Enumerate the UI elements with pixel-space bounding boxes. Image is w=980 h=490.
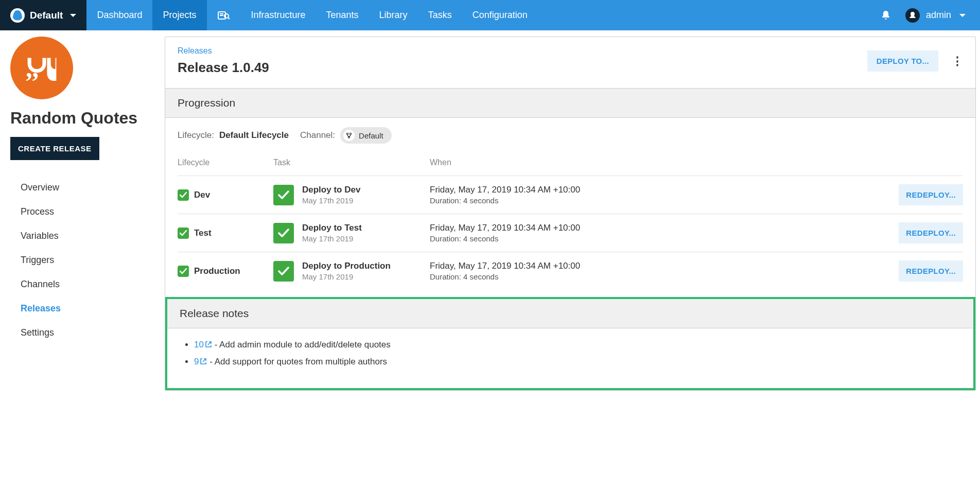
col-when: When xyxy=(430,158,886,167)
when-duration: Duration: 4 seconds xyxy=(430,234,886,243)
release-title: Release 1.0.49 xyxy=(178,60,867,76)
search-icon xyxy=(217,10,231,21)
note-text: - Add support for quotes from multiple a… xyxy=(207,357,387,366)
nav-infrastructure[interactable]: Infrastructure xyxy=(241,0,316,30)
col-lifecycle: Lifecycle xyxy=(178,158,273,167)
user-name: admin xyxy=(926,10,951,21)
side-nav: Overview Process Variables Triggers Chan… xyxy=(10,176,165,345)
when-duration: Duration: 4 seconds xyxy=(430,272,886,281)
when-timestamp: Friday, May 17, 2019 10:34 AM +10:00 xyxy=(430,185,886,195)
note-link[interactable]: 10 xyxy=(194,340,212,349)
check-icon xyxy=(273,223,294,243)
project-name: Random Quotes xyxy=(10,109,165,128)
progression-meta: Lifecycle: Default Lifecycle Channel: De… xyxy=(165,118,975,153)
task-date: May 17th 2019 xyxy=(302,196,360,205)
env-name: Production xyxy=(194,266,240,276)
chevron-down-icon xyxy=(959,14,966,17)
space-selector[interactable]: Default xyxy=(0,0,86,30)
task-date: May 17th 2019 xyxy=(302,272,391,281)
avatar-icon xyxy=(905,8,920,23)
sidebar-item-settings[interactable]: Settings xyxy=(10,321,165,345)
deploy-to-button[interactable]: DEPLOY TO... xyxy=(867,50,938,72)
release-notes-list: 10 - Add admin module to add/edit/delete… xyxy=(167,328,973,367)
external-link-icon xyxy=(200,357,207,367)
check-icon xyxy=(178,266,189,277)
external-link-icon xyxy=(205,340,212,351)
channel-label: Channel: xyxy=(300,130,335,141)
kebab-menu-icon[interactable]: ⋮ xyxy=(952,56,963,67)
progression-header: Progression xyxy=(165,88,975,118)
release-panel: Releases Release 1.0.49 DEPLOY TO... ⋮ P… xyxy=(165,37,976,391)
release-notes-section: Release notes 10 - Add admin module to a… xyxy=(165,297,975,390)
project-avatar: ,, xyxy=(10,37,73,99)
nav-library[interactable]: Library xyxy=(369,0,418,30)
nav-dashboard[interactable]: Dashboard xyxy=(86,0,152,30)
task-date: May 17th 2019 xyxy=(302,234,362,243)
list-item: 10 - Add admin module to add/edit/delete… xyxy=(194,340,961,351)
nav-items: Dashboard Projects Infrastructure Tenant… xyxy=(86,0,537,30)
when-duration: Duration: 4 seconds xyxy=(430,196,886,205)
sidebar-item-process[interactable]: Process xyxy=(10,200,165,224)
task-title[interactable]: Deploy to Dev xyxy=(302,185,360,195)
sidebar-item-overview[interactable]: Overview xyxy=(10,176,165,200)
release-notes-header: Release notes xyxy=(167,299,973,328)
when-timestamp: Friday, May 17, 2019 10:34 AM +10:00 xyxy=(430,261,886,271)
note-link[interactable]: 9 xyxy=(194,357,207,366)
col-task: Task xyxy=(273,158,430,167)
table-row: Test Deploy to Test May 17th 2019 Friday… xyxy=(178,214,963,252)
check-icon xyxy=(273,261,294,282)
channel-value: Default xyxy=(359,131,383,140)
check-icon xyxy=(273,185,294,205)
note-text: - Add admin module to add/edit/delete qu… xyxy=(212,340,391,349)
when-timestamp: Friday, May 17, 2019 10:34 AM +10:00 xyxy=(430,223,886,233)
check-icon xyxy=(178,189,189,201)
top-right: admin xyxy=(881,0,980,30)
branch-icon xyxy=(343,130,355,141)
env-name: Dev xyxy=(194,190,210,200)
svg-point-7 xyxy=(349,133,351,134)
space-name: Default xyxy=(30,10,63,21)
channel-pill[interactable]: Default xyxy=(340,127,392,144)
nav-tasks[interactable]: Tasks xyxy=(418,0,462,30)
top-nav: Default Dashboard Projects Infrastructur… xyxy=(0,0,980,30)
chevron-down-icon xyxy=(70,14,76,17)
create-release-button[interactable]: CREATE RELEASE xyxy=(10,137,99,160)
breadcrumb-releases[interactable]: Releases xyxy=(178,46,867,56)
nav-tenants[interactable]: Tenants xyxy=(316,0,369,30)
svg-line-4 xyxy=(228,18,230,19)
release-header: Releases Release 1.0.49 DEPLOY TO... ⋮ xyxy=(165,37,975,88)
sidebar-item-releases[interactable]: Releases xyxy=(10,296,165,321)
lifecycle-value: Default Lifecycle xyxy=(219,130,289,141)
lifecycle-label: Lifecycle: xyxy=(178,130,214,141)
sidebar-item-channels[interactable]: Channels xyxy=(10,272,165,296)
sidebar-item-variables[interactable]: Variables xyxy=(10,224,165,248)
nav-search[interactable] xyxy=(207,0,241,30)
table-row: Production Deploy to Production May 17th… xyxy=(178,252,963,290)
task-title[interactable]: Deploy to Test xyxy=(302,223,362,233)
nav-configuration[interactable]: Configuration xyxy=(462,0,538,30)
env-name: Test xyxy=(194,228,212,238)
redeploy-button[interactable]: REDEPLOY... xyxy=(899,184,963,205)
list-item: 9 - Add support for quotes from multiple… xyxy=(194,357,961,367)
redeploy-button[interactable]: REDEPLOY... xyxy=(899,222,963,243)
sidebar: ,, Random Quotes CREATE RELEASE Overview… xyxy=(0,30,165,395)
svg-point-6 xyxy=(346,133,348,134)
user-menu[interactable]: admin xyxy=(905,8,966,23)
svg-text:,,: ,, xyxy=(26,55,39,81)
content: Releases Release 1.0.49 DEPLOY TO... ⋮ P… xyxy=(165,30,980,395)
redeploy-button[interactable]: REDEPLOY... xyxy=(899,260,963,282)
task-title[interactable]: Deploy to Production xyxy=(302,261,391,271)
check-icon xyxy=(178,227,189,239)
table-row: Dev Deploy to Dev May 17th 2019 Friday, … xyxy=(178,176,963,214)
nav-projects[interactable]: Projects xyxy=(152,0,206,30)
progression-table: Lifecycle Task When Dev Deploy to Dev xyxy=(165,153,975,294)
table-header: Lifecycle Task When xyxy=(178,153,963,176)
sidebar-item-triggers[interactable]: Triggers xyxy=(10,248,165,272)
octopus-logo-icon xyxy=(10,8,25,23)
bell-icon[interactable] xyxy=(881,10,891,21)
